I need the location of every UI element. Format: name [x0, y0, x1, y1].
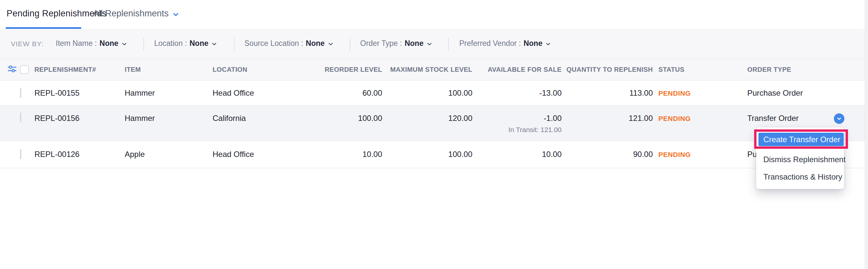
filter-divider [350, 38, 350, 51]
status-badge: PENDING [653, 150, 747, 159]
cell-replenishment-no: REPL-00156 [34, 106, 125, 123]
cell-maximum-stock-level: 100.00 [382, 150, 472, 159]
select-all-checkbox[interactable] [20, 65, 29, 74]
filter-item-name-value: None [99, 39, 118, 48]
cell-quantity-to-replenish: 90.00 [562, 150, 653, 159]
column-header-order-type: ORDER TYPE [747, 66, 868, 73]
cell-maximum-stock-level: 120.00 [382, 106, 472, 123]
row-gutter [0, 150, 34, 159]
filter-location-label: Location : [154, 39, 187, 48]
filter-source-location-label: Source Location : [244, 39, 303, 48]
filter-location-value: None [190, 39, 209, 48]
row-actions-dropdown-button[interactable] [834, 113, 844, 124]
chevron-down-icon [172, 10, 180, 18]
filter-bar: VIEW BY: Item Name : None Location : Non… [0, 29, 868, 59]
table-header: REPLENISHMENT# ITEM LOCATION REORDER LEV… [0, 59, 868, 80]
status-badge: PENDING [653, 89, 747, 98]
cell-order-type: Purchase Order [747, 89, 868, 98]
filter-location[interactable]: Location : None [154, 39, 217, 48]
cell-location: California [213, 106, 297, 123]
cell-location: Head Office [213, 89, 297, 98]
cell-quantity-to-replenish: 113.00 [562, 89, 653, 98]
cell-location: Head Office [213, 150, 297, 159]
menu-item-create-transfer-order[interactable]: Create Transfer Order [758, 133, 844, 146]
column-header-item: ITEM [125, 66, 213, 73]
chevron-down-icon [545, 41, 552, 47]
cell-item: Hammer [125, 106, 213, 123]
chevron-down-icon [328, 41, 334, 47]
row-gutter [0, 89, 34, 98]
column-settings-icon[interactable] [7, 64, 17, 75]
status-badge: PENDING [653, 106, 747, 123]
filter-source-location[interactable]: Source Location : None [244, 39, 334, 48]
cell-reorder-level: 10.00 [297, 150, 382, 159]
row-checkbox[interactable] [20, 149, 21, 159]
table-row[interactable]: REPL-00126 Apple Head Office 10.00 100.0… [0, 141, 868, 168]
row-checkbox[interactable] [20, 88, 21, 98]
filter-item-name[interactable]: Item Name : None [56, 39, 128, 48]
cell-available-for-sale: -1.00 In Transit: 121.00 [472, 106, 562, 134]
vertical-scrollbar[interactable] [865, 0, 868, 269]
cell-available-for-sale: -13.00 [472, 89, 562, 98]
cell-order-type: Transfer Order [747, 106, 868, 123]
chevron-down-icon [836, 116, 842, 122]
tab-all-replenishments-label: All Replenishments [93, 8, 168, 19]
filter-divider [448, 38, 449, 51]
filter-order-type-value: None [404, 39, 424, 48]
cell-available-for-sale: 10.00 [472, 150, 562, 159]
table-header-gutter [0, 64, 34, 75]
filter-preferred-vendor-label: Preferred Vendor : [459, 39, 521, 48]
column-header-location: LOCATION [213, 66, 297, 73]
in-transit-note: In Transit: 121.00 [472, 126, 562, 134]
column-header-available-for-sale: AVAILABLE FOR SALE [472, 66, 562, 73]
column-header-maximum-stock-level: MAXIMUM STOCK LEVEL [382, 66, 472, 73]
column-header-reorder-level: REORDER LEVEL [297, 66, 382, 73]
filter-divider [234, 38, 235, 51]
column-header-status: STATUS [653, 66, 747, 73]
available-for-sale-value: -1.00 [472, 114, 562, 123]
table-row[interactable]: REPL-00155 Hammer Head Office 60.00 100.… [0, 80, 868, 106]
filter-source-location-value: None [306, 39, 325, 48]
filter-divider [143, 38, 144, 51]
tab-all-replenishments[interactable]: All Replenishments [93, 8, 180, 19]
column-header-quantity-to-replenish: QUANTITY TO REPLENISH [562, 66, 653, 73]
cell-quantity-to-replenish: 121.00 [562, 106, 653, 123]
cell-replenishment-no: REPL-00126 [34, 150, 125, 159]
row-checkbox[interactable] [20, 112, 21, 123]
menu-item-dismiss-replenishment[interactable]: Dismiss Replenishment [756, 152, 844, 167]
filter-preferred-vendor[interactable]: Preferred Vendor : None [459, 39, 552, 48]
cell-replenishment-no: REPL-00155 [34, 89, 125, 98]
filter-order-type[interactable]: Order Type : None [360, 39, 433, 48]
table-row[interactable]: REPL-00156 Hammer California 100.00 120.… [0, 106, 868, 141]
annotation-highlight-box: Create Transfer Order [754, 129, 848, 149]
filter-item-name-label: Item Name : [56, 39, 97, 48]
chevron-down-icon [121, 41, 128, 47]
menu-item-transactions-history[interactable]: Transactions & History [756, 169, 844, 184]
replenishments-page: Pending Replenishments All Replenishment… [0, 0, 868, 269]
filter-order-type-label: Order Type : [360, 39, 402, 48]
cell-reorder-level: 60.00 [297, 89, 382, 98]
cell-item: Apple [125, 150, 213, 159]
cell-maximum-stock-level: 100.00 [382, 89, 472, 98]
filter-preferred-vendor-value: None [524, 39, 542, 48]
cell-item: Hammer [125, 89, 213, 98]
view-by-label: VIEW BY: [11, 40, 43, 48]
chevron-down-icon [211, 41, 217, 47]
tab-pending-replenishments[interactable]: Pending Replenishments [6, 8, 106, 19]
column-header-replenishment: REPLENISHMENT# [34, 66, 125, 73]
chevron-down-icon [426, 41, 433, 47]
tab-bar: Pending Replenishments All Replenishment… [0, 0, 868, 29]
cell-reorder-level: 100.00 [297, 106, 382, 123]
row-gutter [0, 106, 34, 122]
